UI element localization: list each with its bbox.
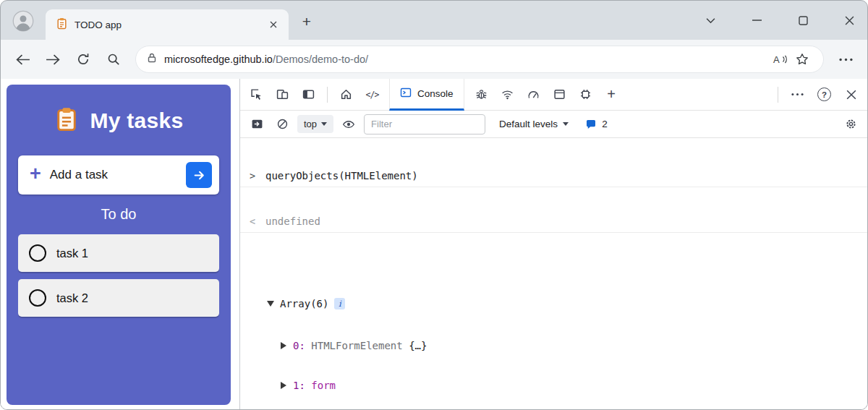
minimize-button[interactable] — [749, 12, 765, 28]
add-task-label: Add a task — [50, 168, 177, 182]
console-settings-gear-icon[interactable] — [841, 114, 861, 134]
array-label: Array(6) — [280, 298, 328, 309]
task-item[interactable]: task 2 — [18, 279, 219, 317]
new-tab-button[interactable]: + — [297, 12, 316, 31]
read-aloud-icon[interactable]: A — [770, 48, 791, 70]
browser-tab[interactable]: TODO app — [46, 9, 289, 40]
collapse-triangle-icon[interactable] — [267, 301, 274, 307]
network-wifi-icon[interactable] — [495, 82, 519, 106]
filter-input[interactable] — [364, 114, 485, 134]
log-levels-dropdown[interactable]: Default levels — [499, 119, 569, 129]
address-bar[interactable]: microsoftedge.github.io/Demos/demo-to-do… — [135, 46, 824, 73]
console-result-row: < undefined — [240, 210, 867, 233]
close-window-button[interactable] — [841, 12, 857, 28]
array-entry-row[interactable]: 0: HTMLFormElement {…} — [240, 337, 867, 354]
url-text: microsoftedge.github.io/Demos/demo-to-do… — [164, 54, 368, 65]
devtools-panel: </> Console — [239, 79, 867, 410]
todo-sidebar: My tasks + Add a task To do task 1 task … — [7, 85, 231, 405]
context-label: top — [304, 119, 317, 129]
array-entry-row[interactable]: 1: form — [240, 377, 867, 393]
browser-window: TODO app + — [0, 0, 868, 410]
help-icon[interactable]: ? — [812, 82, 836, 106]
info-badge[interactable]: i — [334, 298, 345, 309]
titlebar: TODO app + — [1, 1, 867, 40]
inspect-element-icon[interactable] — [244, 82, 268, 106]
console-array-output: Array(6) i 0: HTMLFormElement {…} 1: for… — [240, 268, 867, 410]
entry-preview: {…} — [409, 340, 427, 351]
clipboard-icon — [54, 106, 80, 135]
close-devtools-icon[interactable] — [839, 82, 863, 106]
search-icon[interactable] — [101, 46, 127, 72]
entry-class: HTMLFormElement — [311, 340, 409, 351]
url-path: /Demos/demo-to-do/ — [273, 54, 368, 65]
console-command-row: > queryObjects(HTMLElement) — [240, 165, 867, 187]
navigation-bar: microsoftedge.github.io/Demos/demo-to-do… — [1, 40, 867, 79]
tab-close-icon[interactable] — [264, 15, 283, 34]
cpu-chip-icon[interactable] — [574, 82, 597, 106]
issues-counter[interactable]: 2 — [585, 119, 608, 130]
url-host: microsoftedge.github.io — [164, 54, 273, 65]
maximize-button[interactable] — [795, 12, 811, 28]
console-icon — [400, 87, 412, 101]
main-content: My tasks + Add a task To do task 1 task … — [1, 79, 867, 410]
issues-count: 2 — [602, 119, 608, 129]
page-title: My tasks — [90, 108, 183, 133]
issues-bubble-icon — [585, 119, 597, 130]
refresh-button[interactable] — [70, 46, 96, 72]
svg-text:A: A — [773, 54, 780, 65]
debugger-bug-icon[interactable] — [469, 82, 493, 106]
submit-task-button[interactable] — [186, 162, 212, 188]
devtools-toolbar-right: ? — [773, 82, 863, 106]
tab-favicon-clipboard-icon — [56, 17, 68, 33]
console-log: > queryObjects(HTMLElement) < undefined … — [240, 138, 867, 410]
devtools-toolbar: </> Console — [240, 79, 867, 111]
toolbar-separator — [327, 87, 328, 103]
window-controls — [702, 1, 857, 40]
todo-section-heading: To do — [7, 206, 231, 223]
forward-button[interactable] — [40, 46, 66, 72]
more-tools-plus-icon[interactable]: + — [600, 82, 624, 106]
performance-gauge-icon[interactable] — [522, 82, 545, 106]
lock-icon — [146, 52, 158, 67]
console-tab-label: Console — [417, 88, 454, 99]
welcome-home-icon[interactable] — [334, 82, 358, 106]
expand-triangle-icon[interactable] — [281, 342, 286, 349]
command-chevron-icon: > — [250, 170, 265, 181]
expand-triangle-icon[interactable] — [281, 382, 286, 389]
back-button[interactable] — [9, 46, 35, 72]
task-label: task 1 — [56, 247, 88, 260]
activity-bar-icon[interactable] — [297, 82, 320, 106]
task-checkbox[interactable] — [29, 244, 46, 262]
live-expression-eye-icon[interactable] — [339, 114, 359, 134]
plus-icon: + — [30, 164, 41, 184]
profile-avatar[interactable] — [12, 10, 34, 32]
console-sidebar-icon[interactable] — [247, 114, 267, 134]
log-levels-label: Default levels — [499, 119, 558, 129]
entry-node: form — [311, 380, 336, 391]
task-label: task 2 — [56, 291, 88, 305]
task-checkbox[interactable] — [29, 289, 46, 307]
task-item[interactable]: task 1 — [18, 234, 219, 272]
chevron-down-icon[interactable] — [702, 12, 718, 28]
tab-console[interactable]: Console — [389, 79, 464, 111]
todo-app-page: My tasks + Add a task To do task 1 task … — [1, 79, 239, 410]
application-box-icon[interactable] — [548, 82, 571, 106]
device-emulation-icon[interactable] — [271, 82, 294, 106]
chevron-down-icon — [563, 122, 569, 126]
devtools-menu-icon[interactable] — [786, 82, 809, 106]
array-header-row[interactable]: Array(6) i — [240, 294, 867, 314]
toolbar-separator — [778, 87, 778, 103]
sources-tab-icon[interactable]: </> — [360, 82, 384, 106]
favorites-star-icon[interactable] — [791, 48, 813, 70]
console-toolbar: top Default levels 2 — [240, 111, 867, 138]
clear-console-icon[interactable] — [272, 114, 292, 134]
console-command-text: queryObjects(HTMLElement) — [265, 170, 418, 181]
add-task-button[interactable]: + Add a task — [18, 155, 219, 195]
result-arrow-icon: < — [250, 215, 265, 227]
entry-key: 1: — [293, 380, 311, 391]
javascript-context-selector[interactable]: top — [297, 115, 333, 133]
browser-menu-icon[interactable] — [833, 46, 859, 72]
console-result-text: undefined — [265, 215, 320, 227]
entry-key: 0: — [293, 340, 311, 351]
app-header: My tasks — [7, 85, 231, 150]
